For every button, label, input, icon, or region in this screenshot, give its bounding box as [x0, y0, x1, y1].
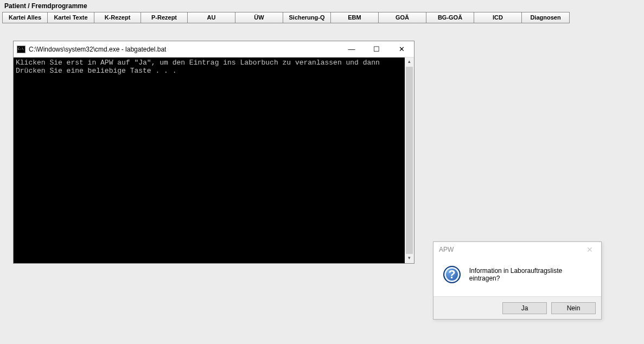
dialog-titlebar[interactable]: APW ✕ [433, 242, 601, 257]
dialog-body: ? Information in Laborauftragsliste eint… [433, 257, 601, 289]
cmd-window: C:\Windows\system32\cmd.exe - labgatedel… [13, 41, 415, 264]
toolbar-au[interactable]: AU [188, 12, 235, 23]
cmd-icon [17, 46, 25, 53]
cmd-window-title: C:\Windows\system32\cmd.exe - labgatedel… [29, 46, 339, 53]
apw-dialog: APW ✕ ? Information in Laborauftragslist… [433, 241, 602, 320]
cmd-line-1: Klicken Sie erst in APW auf "Ja", um den… [16, 59, 380, 67]
toolbar-p-rezept[interactable]: P-Rezept [141, 12, 188, 23]
toolbar-goae[interactable]: GOÄ [379, 12, 426, 23]
toolbar-icd[interactable]: ICD [474, 12, 522, 23]
yes-button[interactable]: Ja [502, 302, 547, 314]
dialog-close-icon[interactable]: ✕ [582, 244, 598, 256]
scroll-down-icon[interactable]: ▾ [405, 254, 414, 263]
cmd-titlebar[interactable]: C:\Windows\system32\cmd.exe - labgatedel… [14, 41, 414, 58]
scroll-thumb[interactable] [406, 67, 413, 254]
toolbar-ebm[interactable]: EBM [331, 12, 379, 23]
menu-header: Patient / Fremdprogramme [0, 0, 644, 10]
close-button[interactable]: ✕ [389, 41, 414, 57]
toolbar-diagnosen[interactable]: Diagnosen [522, 12, 570, 23]
toolbar-sicherung-q[interactable]: Sicherung-Q [283, 12, 331, 23]
toolbar-bg-goae[interactable]: BG-GOÄ [426, 12, 474, 23]
minimize-button[interactable]: — [339, 41, 364, 57]
scroll-up-icon[interactable]: ▴ [405, 58, 414, 67]
dialog-message: Information in Laborauftragsliste eintra… [469, 267, 594, 282]
no-button[interactable]: Nein [551, 302, 596, 314]
dialog-title: APW [439, 246, 454, 253]
dialog-footer: Ja Nein [433, 296, 601, 319]
cmd-line-2: Drücken Sie eine beliebige Taste . . . [16, 67, 176, 75]
cmd-body-wrap: Klicken Sie erst in APW auf "Ja", um den… [14, 58, 414, 263]
toolbar-kartei-texte[interactable]: Kartei Texte [48, 12, 94, 23]
toolbar: Kartei Alles Kartei Texte K-Rezept P-Rez… [0, 10, 644, 26]
toolbar-kartei-alles[interactable]: Kartei Alles [2, 12, 48, 23]
cmd-scrollbar[interactable]: ▴ ▾ [405, 58, 414, 263]
maximize-button[interactable]: ☐ [364, 41, 389, 57]
cmd-output: Klicken Sie erst in APW auf "Ja", um den… [14, 58, 405, 263]
toolbar-uew[interactable]: ÜW [235, 12, 283, 23]
toolbar-k-rezept[interactable]: K-Rezept [94, 12, 141, 23]
question-icon: ? [443, 266, 461, 283]
page-title: Patient / Fremdprogramme [4, 2, 87, 10]
